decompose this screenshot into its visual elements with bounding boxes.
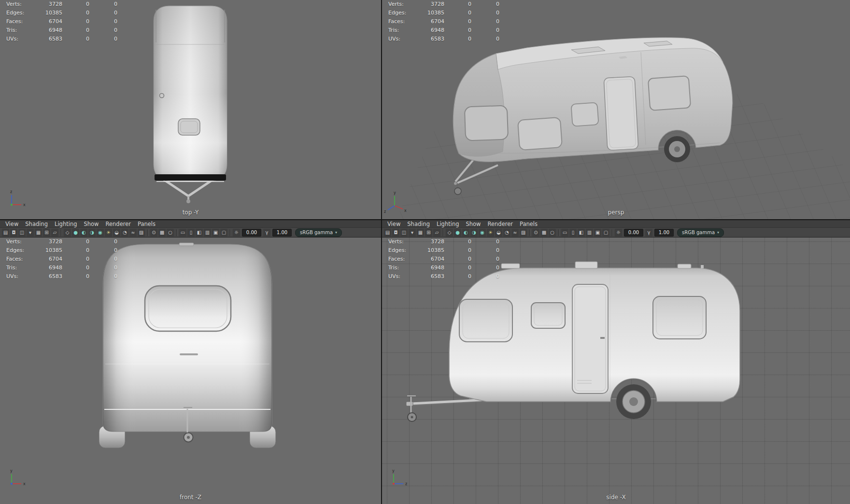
side-viewport[interactable]: z y Verts:372800Edges:1038500Faces:67040… bbox=[382, 238, 850, 504]
caravan-window-rear[interactable] bbox=[653, 296, 706, 339]
anti-aliasing-icon[interactable]: ▨ bbox=[138, 229, 145, 237]
x-ray-icon[interactable]: ▩ bbox=[540, 229, 548, 237]
viewport-panel-top[interactable]: x z Verts:372800Edges:1038500Faces:67040… bbox=[0, 0, 381, 219]
caravan-front-face[interactable] bbox=[453, 54, 504, 156]
caravan-model-front-view[interactable] bbox=[99, 243, 276, 448]
bookmarks-icon[interactable]: ▾ bbox=[27, 229, 34, 237]
isolate-select-icon[interactable]: ⊙ bbox=[150, 229, 157, 237]
menu-panels[interactable]: Panels bbox=[134, 221, 159, 227]
two-d-pan-zoom-icon[interactable]: ⊞ bbox=[425, 229, 432, 237]
hitch-coupler[interactable] bbox=[186, 199, 190, 203]
roof-vent[interactable] bbox=[575, 262, 597, 268]
textured-icon[interactable]: ◐ bbox=[80, 229, 87, 237]
caravan-door[interactable] bbox=[604, 76, 638, 150]
hitch-coupler[interactable] bbox=[406, 402, 413, 406]
view-transform-select[interactable]: sRGB gamma▾ bbox=[677, 228, 724, 237]
image-plane-icon[interactable]: ▦ bbox=[417, 229, 424, 237]
caravan-window-side-small[interactable] bbox=[571, 102, 598, 126]
gamma-field[interactable]: 1.00 bbox=[272, 229, 292, 237]
caravan-model-top-view[interactable] bbox=[154, 6, 227, 203]
camera-attributes-icon[interactable]: ◫ bbox=[400, 229, 408, 237]
wireframe-icon[interactable]: ◇ bbox=[64, 229, 71, 237]
viewport-label-side[interactable]: side -X bbox=[382, 494, 850, 501]
image-plane-icon[interactable]: ▦ bbox=[35, 229, 42, 237]
safe-action-icon[interactable]: ▣ bbox=[594, 229, 601, 237]
front-viewport-canvas[interactable]: x y bbox=[0, 238, 381, 504]
side-viewport-canvas[interactable]: z y bbox=[382, 238, 850, 504]
textured-icon[interactable]: ◐ bbox=[462, 229, 469, 237]
viewport-label-persp[interactable]: persp bbox=[382, 209, 850, 216]
menu-renderer[interactable]: Renderer bbox=[484, 221, 517, 227]
jockey-wheel[interactable] bbox=[454, 188, 461, 195]
exposure-field[interactable]: 0.00 bbox=[624, 229, 643, 237]
safe-title-icon[interactable]: ▢ bbox=[602, 229, 609, 237]
menu-view[interactable]: View bbox=[2, 221, 22, 227]
lock-camera-icon[interactable]: ◘ bbox=[10, 229, 17, 237]
gate-mask-icon[interactable]: ◧ bbox=[196, 229, 203, 237]
select-camera-icon[interactable]: ▤ bbox=[384, 229, 391, 237]
motion-blur-icon[interactable]: ≈ bbox=[129, 229, 137, 237]
gamma-field[interactable]: 1.00 bbox=[654, 229, 674, 237]
shadows-icon[interactable]: ◒ bbox=[113, 229, 120, 237]
exposure-field[interactable]: 0.00 bbox=[242, 229, 261, 237]
caravan-window-rear[interactable] bbox=[648, 76, 691, 111]
anti-aliasing-icon[interactable]: ▨ bbox=[520, 229, 527, 237]
field-chart-icon[interactable]: ▥ bbox=[204, 229, 211, 237]
lighting-icon[interactable]: ☀ bbox=[487, 229, 494, 237]
viewport-label-front[interactable]: front -Z bbox=[0, 494, 381, 501]
two-d-pan-zoom-icon[interactable]: ⊞ bbox=[43, 229, 50, 237]
safe-title-icon[interactable]: ▢ bbox=[220, 229, 227, 237]
gamma-icon[interactable]: γ bbox=[263, 229, 270, 237]
film-gate-icon[interactable]: ▭ bbox=[179, 229, 186, 237]
caravan-window-front[interactable] bbox=[459, 299, 512, 342]
select-camera-icon[interactable]: ▤ bbox=[2, 229, 9, 237]
resolution-gate-icon[interactable]: ▯ bbox=[187, 229, 195, 237]
film-gate-icon[interactable]: ▭ bbox=[561, 229, 568, 237]
menu-shading[interactable]: Shading bbox=[404, 221, 433, 227]
menu-view[interactable]: View bbox=[384, 221, 404, 227]
menu-renderer[interactable]: Renderer bbox=[102, 221, 135, 227]
gamma-icon[interactable]: γ bbox=[645, 229, 652, 237]
menu-show[interactable]: Show bbox=[463, 221, 484, 227]
roof-antenna[interactable] bbox=[160, 94, 164, 98]
safe-action-icon[interactable]: ▣ bbox=[212, 229, 219, 237]
caravan-door[interactable] bbox=[572, 284, 608, 393]
exposure-icon[interactable]: ☼ bbox=[233, 229, 240, 237]
field-chart-icon[interactable]: ▥ bbox=[586, 229, 593, 237]
caravan-model-side-view[interactable] bbox=[406, 262, 740, 421]
caravan-window-front[interactable] bbox=[465, 105, 508, 140]
wireframe-icon[interactable]: ◇ bbox=[446, 229, 453, 237]
grease-pencil-icon[interactable]: ▱ bbox=[51, 229, 58, 237]
x-ray-joints-icon[interactable]: ○ bbox=[167, 229, 174, 237]
smooth-shade-icon[interactable]: ● bbox=[72, 229, 79, 237]
use-default-material-icon[interactable]: ◑ bbox=[470, 229, 478, 237]
menu-lighting[interactable]: Lighting bbox=[433, 221, 462, 227]
door-handle[interactable] bbox=[600, 337, 605, 339]
menu-show[interactable]: Show bbox=[81, 221, 102, 227]
screen-space-ao-icon[interactable]: ◔ bbox=[503, 229, 510, 237]
resolution-gate-icon[interactable]: ▯ bbox=[569, 229, 577, 237]
camera-attributes-icon[interactable]: ◫ bbox=[18, 229, 26, 237]
wireframe-on-shaded-icon[interactable]: ◉ bbox=[479, 229, 486, 237]
gate-mask-icon[interactable]: ◧ bbox=[578, 229, 585, 237]
front-viewport[interactable]: x y Verts:372800Edges:1038500Faces:67040… bbox=[0, 238, 381, 504]
menu-panels[interactable]: Panels bbox=[516, 221, 541, 227]
use-default-material-icon[interactable]: ◑ bbox=[88, 229, 96, 237]
x-ray-joints-icon[interactable]: ○ bbox=[549, 229, 556, 237]
isolate-select-icon[interactable]: ⊙ bbox=[532, 229, 539, 237]
smooth-shade-icon[interactable]: ● bbox=[454, 229, 461, 237]
top-viewport-canvas[interactable]: x z bbox=[0, 0, 381, 219]
motion-blur-icon[interactable]: ≈ bbox=[511, 229, 519, 237]
hitch-drawbar[interactable] bbox=[412, 400, 486, 404]
shadows-icon[interactable]: ◒ bbox=[495, 229, 502, 237]
x-ray-icon[interactable]: ▩ bbox=[158, 229, 166, 237]
wireframe-on-shaded-icon[interactable]: ◉ bbox=[97, 229, 104, 237]
caravan-window-side-large[interactable] bbox=[518, 117, 562, 150]
screen-space-ao-icon[interactable]: ◔ bbox=[121, 229, 128, 237]
lighting-icon[interactable]: ☀ bbox=[105, 229, 112, 237]
menu-lighting[interactable]: Lighting bbox=[51, 221, 80, 227]
exposure-icon[interactable]: ☼ bbox=[615, 229, 622, 237]
persp-viewport-canvas[interactable]: y x z bbox=[382, 0, 850, 219]
viewport-panel-front[interactable]: ViewShadingLightingShowRendererPanels ▤◘… bbox=[0, 220, 381, 504]
caravan-window-mid[interactable] bbox=[531, 303, 565, 328]
